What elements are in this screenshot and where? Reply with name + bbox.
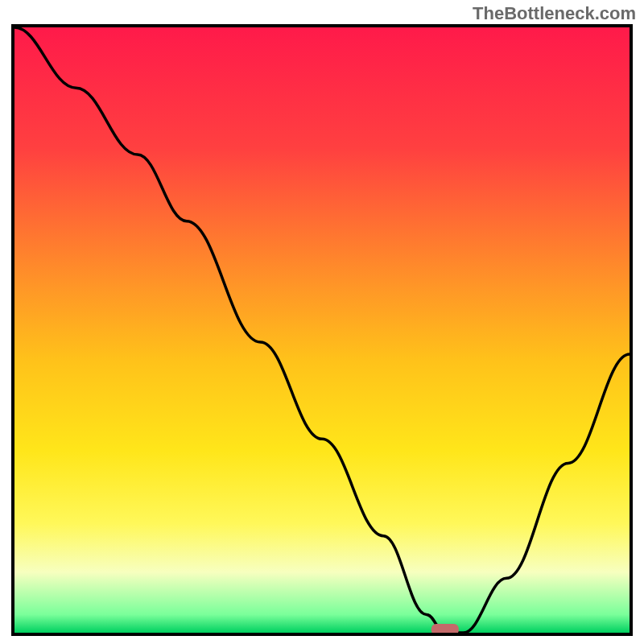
gradient-background	[14, 27, 630, 633]
chart-frame	[11, 24, 633, 636]
watermark-label: TheBottleneck.com	[473, 3, 636, 24]
chart-container: TheBottleneck.com	[0, 0, 644, 644]
marker-point	[431, 624, 459, 633]
chart-svg	[14, 27, 630, 633]
